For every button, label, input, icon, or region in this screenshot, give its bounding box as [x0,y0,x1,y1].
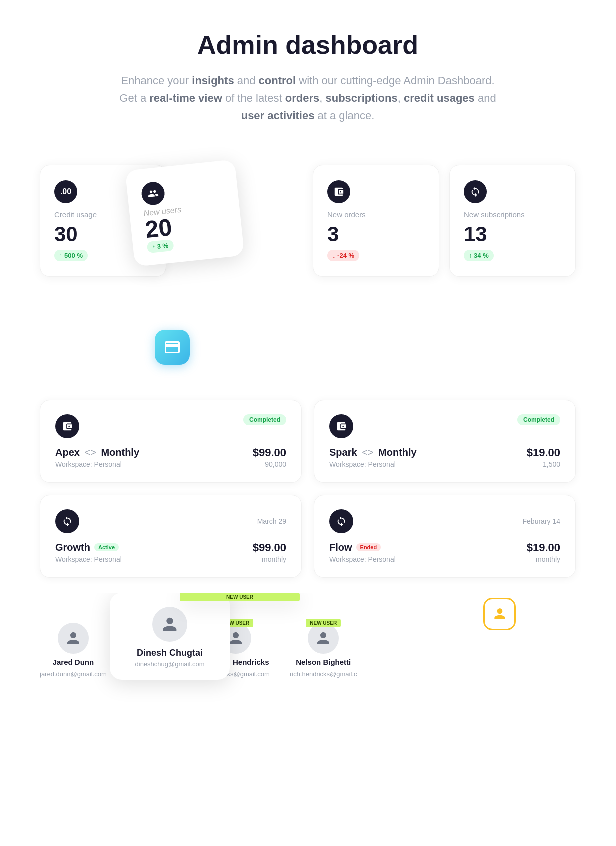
growth-sub-freq: monthly [253,556,286,564]
user-nelson-bighetti: NEW USER Nelson Bighetti rich.hendricks@… [290,623,358,678]
spark-completed-badge: Completed [518,414,560,426]
stats-grid: .00 Credit usage 30 ↑ 500 % New users 20… [40,165,576,277]
spark-order-icon [330,414,354,438]
new-subscriptions-label: New subscriptions [464,210,562,219]
floating-user-yellow-icon [484,598,516,630]
new-orders-icon [328,180,350,204]
spark-order-card: Completed Spark <> Monthly Workspace: Pe… [314,400,576,483]
growth-sub-icon [56,510,80,534]
growth-sub-info: Growth Active Workspace: Personal [56,542,122,564]
flow-sub-title: Flow Ended [330,542,396,554]
floating-dinesh-card: NEW USER Dinesh Chugtai dineshchug@gmail… [110,593,230,680]
flow-sub-workspace: Workspace: Personal [330,556,396,564]
orders-row: Completed Apex <> Monthly Workspace: Per… [40,400,576,483]
subscriptions-row: March 29 Growth Active Workspace: Person… [40,495,576,578]
new-subscriptions-badge: ↑ 34 % [464,250,494,262]
floating-blue-icon [155,330,190,365]
new-subscriptions-icon [464,180,487,204]
flow-sub-body: Flow Ended Workspace: Personal $19.00 mo… [330,542,560,564]
flow-sub-freq: monthly [527,556,560,564]
flow-sub-card: Feburary 14 Flow Ended Workspace: Person… [314,495,576,578]
users-section: NEW USER Dinesh Chugtai dineshchug@gmail… [40,593,576,743]
user-jared-dunn: Jared Dunn jared.dunn@gmail.com [40,623,107,678]
growth-sub-date: March 29 [258,518,286,526]
apex-order-icon [56,414,80,438]
dinesh-new-user-tag: NEW USER [180,593,300,602]
apex-order-info: Apex <> Monthly Workspace: Personal [56,447,140,468]
nelson-new-user-tag: NEW USER [306,619,341,628]
credit-usage-icon: .00 [54,180,78,204]
spark-order-body: Spark <> Monthly Workspace: Personal $19… [330,446,560,468]
header-section: Admin dashboard Enhance your insights an… [40,30,576,125]
spark-order-amount: $19.00 [527,446,560,460]
new-users-icon [140,181,166,206]
flow-sub-pricing: $19.00 monthly [527,542,560,564]
spark-order-title: Spark <> Monthly [330,447,417,458]
apex-completed-badge: Completed [244,414,286,426]
flow-sub-header: Feburary 14 [330,510,560,534]
apex-order-pricing: $99.00 90,000 [253,446,286,468]
nelson-email: rich.hendricks@gmail.c [290,670,358,678]
stat-card-new-subscriptions: New subscriptions 13 ↑ 34 % [450,165,576,277]
jared-name: Jared Dunn [53,658,94,666]
new-orders-badge: ↓ -24 % [328,250,360,262]
jared-avatar [58,623,89,654]
apex-order-header: Completed [56,414,286,438]
spark-order-sub: 1,500 [527,460,560,468]
growth-sub-body: Growth Active Workspace: Personal $99.00… [56,542,286,564]
page-title: Admin dashboard [40,30,576,60]
flow-sub-icon [330,510,354,534]
growth-sub-workspace: Workspace: Personal [56,556,122,564]
growth-sub-header: March 29 [56,510,286,534]
spark-order-header: Completed [330,414,560,438]
dinesh-avatar [152,607,188,642]
jared-email: jared.dunn@gmail.com [40,670,107,678]
subtitle: Enhance your insights and control with o… [113,72,503,125]
flow-sub-info: Flow Ended Workspace: Personal [330,542,396,564]
apex-order-workspace: Workspace: Personal [56,460,140,468]
page-wrapper: Admin dashboard Enhance your insights an… [0,0,616,783]
nelson-avatar [308,623,339,654]
apex-order-title: Apex <> Monthly [56,447,140,458]
flow-sub-date: Feburary 14 [523,518,560,526]
apex-order-body: Apex <> Monthly Workspace: Personal $99.… [56,446,286,468]
growth-sub-pricing: $99.00 monthly [253,542,286,564]
growth-active-badge: Active [94,544,119,552]
dinesh-email: dineshchug@gmail.com [122,660,218,668]
apex-order-amount: $99.00 [253,446,286,460]
floating-new-users-card: New users 20 ↑ 3 % [126,160,245,267]
new-users-badge: ↑ 3 % [147,239,174,253]
spark-order-workspace: Workspace: Personal [330,460,417,468]
spark-order-pricing: $19.00 1,500 [527,446,560,468]
new-subscriptions-value: 13 [464,224,562,245]
dinesh-name: Dinesh Chugtai [122,648,218,658]
nelson-name: Nelson Bighetti [296,658,351,666]
growth-sub-amount: $99.00 [253,542,286,554]
new-orders-value: 3 [328,224,425,245]
apex-order-card: Completed Apex <> Monthly Workspace: Per… [40,400,302,483]
spark-order-left [330,414,354,438]
apex-order-left [56,414,80,438]
apex-order-sub: 90,000 [253,460,286,468]
stats-section: New users 20 ↑ 3 % .00 Credit usage 30 ↑… [40,165,576,375]
spark-order-info: Spark <> Monthly Workspace: Personal [330,447,417,468]
flow-sub-amount: $19.00 [527,542,560,554]
flow-ended-badge: Ended [356,544,382,552]
new-orders-label: New orders [328,210,425,219]
credit-usage-badge: ↑ 500 % [54,250,88,262]
growth-sub-title: Growth Active [56,542,122,554]
stat-card-new-orders: New orders 3 ↓ -24 % [313,165,440,277]
growth-sub-card: March 29 Growth Active Workspace: Person… [40,495,302,578]
